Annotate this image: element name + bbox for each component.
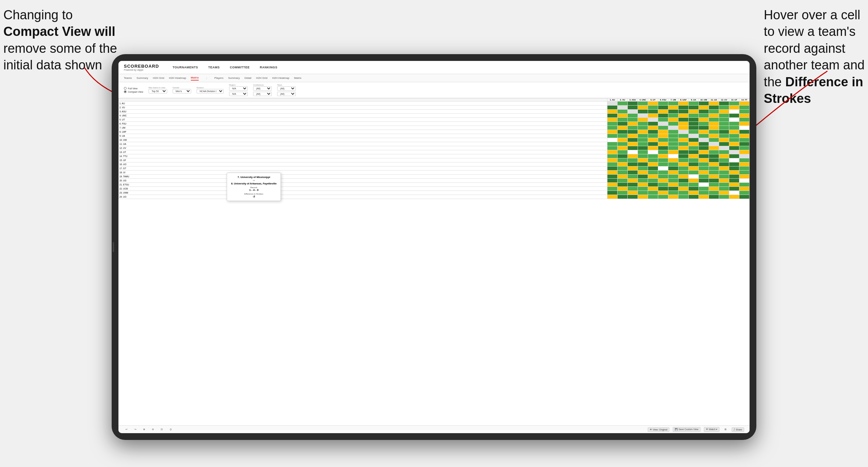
- matrix-cell[interactable]: [739, 162, 750, 166]
- matrix-cell[interactable]: [689, 162, 699, 166]
- matrix-cell[interactable]: [648, 158, 658, 162]
- matrix-cell[interactable]: [689, 183, 699, 187]
- matrix-cell[interactable]: [699, 195, 709, 199]
- matrix-cell[interactable]: [689, 122, 699, 126]
- watch-btn[interactable]: 👁 Watch ▾: [704, 427, 719, 432]
- matrix-cell[interactable]: [618, 134, 628, 138]
- full-view-option[interactable]: Full View: [124, 87, 143, 90]
- matrix-cell[interactable]: [709, 102, 719, 106]
- matrix-cell[interactable]: [658, 179, 668, 183]
- matrix-cell[interactable]: [739, 191, 750, 195]
- matrix-cell[interactable]: [648, 183, 658, 187]
- matrix-cell[interactable]: [618, 146, 628, 150]
- matrix-cell[interactable]: [678, 166, 689, 171]
- matrix-cell[interactable]: [658, 126, 668, 130]
- sub-nav-h2h-heatmap[interactable]: H2H Heatmap: [169, 76, 186, 80]
- matrix-cell[interactable]: [678, 142, 689, 146]
- matrix-cell[interactable]: [678, 102, 689, 106]
- matrix-cell[interactable]: [689, 142, 699, 146]
- matrix-cell[interactable]: [658, 154, 668, 158]
- matrix-cell[interactable]: [729, 122, 739, 126]
- matrix-cell[interactable]: [699, 166, 709, 171]
- matrix-cell[interactable]: [689, 114, 699, 118]
- matrix-cell[interactable]: [607, 126, 618, 130]
- matrix-cell[interactable]: [618, 122, 628, 126]
- sub-nav-summary[interactable]: Summary: [137, 76, 148, 80]
- matrix-cell[interactable]: [678, 171, 689, 175]
- matrix-cell[interactable]: [699, 146, 709, 150]
- matrix-cell[interactable]: [668, 166, 678, 171]
- matrix-cell[interactable]: [618, 179, 628, 183]
- matrix-cell[interactable]: [719, 114, 729, 118]
- matrix-cell[interactable]: [638, 146, 648, 150]
- matrix-cell[interactable]: [628, 195, 638, 199]
- matrix-cell[interactable]: [739, 122, 750, 126]
- matrix-cell[interactable]: [607, 106, 618, 110]
- matrix-cell[interactable]: [709, 126, 719, 130]
- matrix-cell[interactable]: [689, 126, 699, 130]
- sub-nav-detail[interactable]: Detail: [244, 76, 251, 80]
- matrix-cell[interactable]: [699, 154, 709, 158]
- matrix-cell[interactable]: [739, 179, 750, 183]
- matrix-cell[interactable]: [658, 102, 668, 106]
- matrix-cell[interactable]: [668, 171, 678, 175]
- matrix-cell[interactable]: [648, 118, 658, 122]
- matrix-cell[interactable]: [668, 134, 678, 138]
- matrix-cell[interactable]: [607, 171, 618, 175]
- matrix-cell[interactable]: [689, 154, 699, 158]
- matrix-cell[interactable]: [678, 138, 689, 142]
- sub-nav-players-summary[interactable]: Summary: [228, 76, 240, 80]
- matrix-cell[interactable]: [739, 126, 750, 130]
- matrix-cell[interactable]: [709, 171, 719, 175]
- matrix-cell[interactable]: [719, 118, 729, 122]
- matrix-cell[interactable]: [658, 183, 668, 187]
- matrix-cell[interactable]: [729, 183, 739, 187]
- matrix-cell[interactable]: [689, 158, 699, 162]
- remove-btn[interactable]: ⊖: [150, 427, 156, 431]
- matrix-cell[interactable]: [729, 187, 739, 191]
- matrix-cell[interactable]: [628, 142, 638, 146]
- matrix-cell[interactable]: [709, 154, 719, 158]
- matrix-cell[interactable]: [638, 106, 648, 110]
- matrix-cell[interactable]: [648, 191, 658, 195]
- matrix-cell[interactable]: [668, 195, 678, 199]
- matrix-cell[interactable]: [658, 142, 668, 146]
- full-view-radio[interactable]: [124, 87, 127, 90]
- matrix-cell[interactable]: [638, 187, 648, 191]
- nav-teams[interactable]: TEAMS: [208, 66, 220, 69]
- matrix-cell[interactable]: [628, 130, 638, 134]
- matrix-cell[interactable]: [648, 175, 658, 179]
- matrix-cell[interactable]: [729, 138, 739, 142]
- matrix-cell[interactable]: [739, 102, 750, 106]
- matrix-cell[interactable]: [739, 138, 750, 142]
- matrix-cell[interactable]: [719, 150, 729, 154]
- matrix-cell[interactable]: [739, 187, 750, 191]
- matrix-cell[interactable]: [709, 138, 719, 142]
- redo-btn[interactable]: ↪: [133, 427, 138, 431]
- matrix-cell[interactable]: [678, 122, 689, 126]
- view-original-btn[interactable]: 👁 View: Original: [648, 427, 669, 432]
- matrix-cell[interactable]: [618, 138, 628, 142]
- sub-nav-teams[interactable]: Teams: [124, 76, 132, 80]
- matrix-cell[interactable]: [618, 166, 628, 171]
- matrix-cell[interactable]: [739, 154, 750, 158]
- gender-select[interactable]: Men's: [173, 89, 191, 93]
- matrix-cell[interactable]: [618, 154, 628, 158]
- matrix-cell[interactable]: [618, 191, 628, 195]
- matrix-cell[interactable]: [638, 179, 648, 183]
- matrix-cell[interactable]: [709, 150, 719, 154]
- matrix-cell[interactable]: [658, 106, 668, 110]
- matrix-cell[interactable]: [719, 187, 729, 191]
- matrix-cell[interactable]: [628, 179, 638, 183]
- matrix-cell[interactable]: [668, 142, 678, 146]
- matrix-cell[interactable]: [648, 122, 658, 126]
- matrix-cell[interactable]: [689, 106, 699, 110]
- matrix-cell[interactable]: [668, 130, 678, 134]
- matrix-cell[interactable]: [607, 134, 618, 138]
- matrix-cell[interactable]: [668, 138, 678, 142]
- matrix-cell[interactable]: [719, 158, 729, 162]
- matrix-cell[interactable]: [729, 134, 739, 138]
- matrix-cell[interactable]: [739, 114, 750, 118]
- matrix-cell[interactable]: [638, 183, 648, 187]
- matrix-cell[interactable]: [638, 142, 648, 146]
